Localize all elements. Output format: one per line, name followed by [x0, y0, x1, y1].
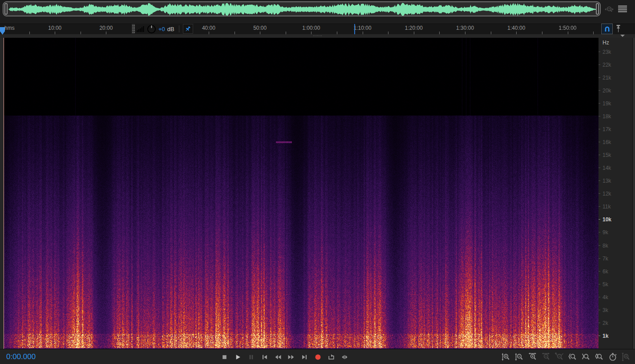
spectrogram[interactable]	[4, 38, 599, 349]
move-previous-icon	[261, 354, 268, 360]
zoom-out-time-button[interactable]	[540, 351, 551, 363]
pause-button[interactable]	[246, 351, 257, 363]
snapping-toggle-button[interactable]	[601, 24, 613, 34]
frequency-label: 5k	[603, 281, 608, 288]
ruler-time-label: 50:00	[253, 25, 267, 31]
frequency-label: 22k	[603, 62, 611, 68]
zoom-navigator[interactable]	[3, 1, 601, 16]
fast-forward-button[interactable]	[286, 351, 297, 363]
play-button[interactable]	[232, 351, 243, 363]
frequency-label: 20k	[603, 88, 611, 94]
loop-playback-icon	[328, 353, 335, 360]
frequency-label: 23k	[603, 49, 611, 55]
zoom-follow-button[interactable]	[620, 351, 631, 363]
ruler-time-label: 1:30:00	[456, 25, 474, 31]
frequency-tick	[599, 245, 600, 246]
record-icon	[315, 354, 321, 360]
frequency-tick	[599, 168, 600, 168]
frequency-tick	[599, 52, 600, 52]
zoom-out-time-icon	[542, 352, 550, 361]
zoom-toolbar	[500, 349, 631, 364]
rewind-icon	[274, 354, 282, 360]
left-gutter	[0, 38, 4, 349]
chevron-down-icon[interactable]	[620, 35, 625, 37]
frequency-tick	[599, 284, 600, 284]
move-next-button[interactable]	[299, 351, 310, 363]
frequency-label: 17k	[603, 126, 611, 132]
frequency-tick	[599, 180, 600, 181]
marker-pin-icon[interactable]	[615, 24, 622, 33]
current-time-display[interactable]: 0:00.000	[6, 352, 36, 361]
hud-pin-button[interactable]	[183, 24, 193, 34]
panel-menu-icon[interactable]	[618, 5, 627, 13]
frequency-tick	[599, 271, 600, 272]
frequency-tick	[599, 155, 600, 155]
skip-selection-icon	[341, 354, 348, 360]
zoom-to-selection-button[interactable]	[594, 351, 605, 363]
zoom-in-at-in-point-button[interactable]	[567, 351, 578, 363]
zoom-to-selection-icon	[595, 352, 604, 361]
move-previous-button[interactable]	[259, 351, 270, 363]
hud-drag-grip-icon[interactable]	[132, 24, 135, 34]
zoom-in-at-out-point-button[interactable]	[580, 351, 591, 363]
panel-right-edge	[632, 38, 635, 349]
frequency-tick	[599, 258, 600, 259]
zoom-out-amplitude-button[interactable]	[514, 351, 525, 363]
hud-divider	[179, 25, 179, 32]
frequency-ruler[interactable]: Hz 23k 22k 21k 20k	[599, 38, 632, 349]
navigator-left-handle[interactable]	[4, 3, 8, 15]
stop-button[interactable]	[219, 351, 230, 363]
zoom-in-time-button[interactable]	[527, 351, 538, 363]
time-ruler[interactable]: hms 10:0020:0030:0040:0050:001:00:001:10…	[0, 24, 635, 34]
magnet-icon	[603, 25, 611, 32]
zoom-in-amplitude-button[interactable]	[500, 351, 511, 363]
frequency-label: 21k	[603, 75, 611, 81]
frequency-tick	[599, 310, 600, 310]
record-button[interactable]	[312, 351, 324, 363]
rewind-button[interactable]	[272, 351, 283, 363]
zoom-in-at-in-point-icon	[568, 352, 577, 361]
audio-editor-window: hms 10:0020:0030:0040:0050:001:00:001:10…	[0, 0, 635, 364]
skip-selection-button[interactable]	[339, 351, 350, 363]
frequency-tick	[599, 193, 600, 194]
transport-controls	[219, 349, 350, 364]
scrollbar-grip-icon[interactable]	[313, 35, 323, 37]
ruler-time-label: 20:00	[99, 25, 113, 31]
horizontal-scrollbar[interactable]	[0, 34, 635, 38]
frequency-label: 18k	[603, 113, 611, 120]
gain-knob[interactable]	[146, 24, 157, 34]
ruler-time-label: 1:40:00	[507, 25, 525, 31]
frequency-label: 9k	[603, 229, 608, 236]
zoom-reset-button[interactable]	[607, 351, 618, 363]
frequency-tick	[599, 142, 600, 142]
navigator-right-handle[interactable]	[596, 3, 599, 15]
frequency-label: 8k	[603, 243, 608, 249]
frequency-label: 1k	[603, 333, 608, 339]
gain-value[interactable]: +0	[158, 26, 165, 32]
zoom-out-full-icon	[555, 352, 564, 361]
ruler-time-label: 1:00:00	[302, 25, 320, 31]
frequency-tick	[599, 336, 600, 336]
loop-playback-button[interactable]	[326, 351, 337, 363]
overview-waveform[interactable]	[8, 3, 597, 16]
zoom-out-amplitude-icon	[515, 352, 524, 361]
ruler-time-label: 10:00	[48, 25, 61, 31]
ruler-time-label: 1:20:00	[405, 25, 423, 31]
frequency-tick	[599, 90, 600, 91]
stop-icon	[221, 354, 228, 360]
pause-icon	[248, 354, 255, 360]
frequency-label: 11k	[603, 204, 611, 210]
frequency-tick	[599, 77, 600, 78]
navigator-zoom-icon[interactable]	[604, 4, 614, 14]
frequency-label: 6k	[603, 268, 608, 275]
cue-marker-line[interactable]	[354, 24, 355, 34]
frequency-tick	[599, 323, 600, 323]
zoom-out-full-button[interactable]	[554, 351, 565, 363]
zoom-in-time-icon	[528, 352, 537, 361]
frequency-label: 7k	[603, 256, 608, 262]
play-icon	[235, 354, 241, 360]
playhead-line	[4, 38, 4, 349]
fast-forward-icon	[287, 354, 295, 360]
frequency-label: 14k	[603, 165, 611, 171]
gain-hud[interactable]: +0 dB	[132, 24, 194, 34]
